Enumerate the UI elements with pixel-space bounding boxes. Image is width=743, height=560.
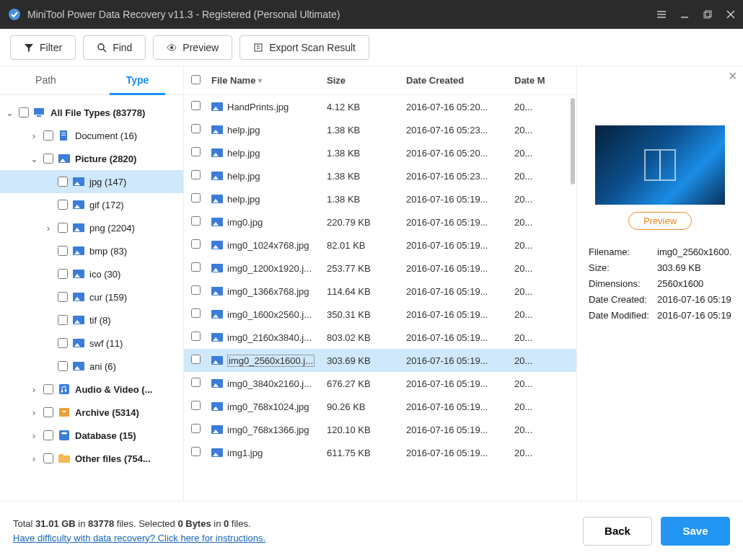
- table-row[interactable]: help.jpg1.38 KB2016-07-16 05:20...20...: [184, 141, 576, 164]
- table-row[interactable]: img0_2160x3840.j...803.02 KB2016-07-16 0…: [184, 326, 576, 349]
- col-filename[interactable]: File Name▾: [211, 75, 327, 86]
- archive-icon: [58, 406, 71, 418]
- monitor-icon: [33, 107, 46, 118]
- close-preview-icon[interactable]: ✕: [728, 69, 737, 83]
- tree-audio[interactable]: ›Audio & Video (...: [0, 378, 183, 401]
- table-row[interactable]: img0_1200x1920.j...253.77 KB2016-07-16 0…: [184, 257, 576, 280]
- export-button[interactable]: Export Scan Result: [239, 35, 369, 60]
- table-row[interactable]: help.jpg1.38 KB2016-07-16 05:19...20...: [184, 187, 576, 210]
- col-modified[interactable]: Date M: [514, 75, 550, 86]
- preview-thumbnail: [595, 125, 725, 205]
- image-icon: [72, 245, 85, 257]
- table-row[interactable]: help.jpg1.38 KB2016-07-16 05:23...20...: [184, 164, 576, 187]
- help-link[interactable]: Have difficulty with data recovery? Clic…: [13, 533, 265, 543]
- table-row[interactable]: img1.jpg611.75 KB2016-07-16 05:19...20..…: [184, 441, 576, 464]
- scrollbar[interactable]: [571, 98, 575, 185]
- table-row[interactable]: img0_1600x2560.j...350.31 KB2016-07-16 0…: [184, 303, 576, 326]
- minimize-icon[interactable]: [680, 9, 690, 19]
- svg-rect-9: [61, 133, 66, 133]
- find-button[interactable]: Find: [83, 35, 146, 60]
- preview-open-button[interactable]: Preview: [628, 212, 692, 230]
- close-icon[interactable]: [726, 9, 736, 19]
- svg-point-3: [98, 44, 104, 50]
- toolbar: Filter Find Preview Export Scan Result: [0, 29, 743, 66]
- window-title: MiniTool Power Data Recovery v11.3 - Reg…: [27, 9, 656, 20]
- image-icon: [211, 333, 223, 342]
- filter-button[interactable]: Filter: [10, 35, 76, 60]
- image-icon: [72, 291, 85, 303]
- svg-rect-16: [59, 430, 69, 440]
- tree-ani[interactable]: ani (6): [0, 355, 183, 378]
- table-row[interactable]: img0_768x1366.jpg120.10 KB2016-07-16 05:…: [184, 418, 576, 441]
- svg-point-4: [170, 46, 173, 49]
- table-row[interactable]: img0_1024x768.jpg82.01 KB2016-07-16 05:1…: [184, 234, 576, 257]
- tree-ico[interactable]: ico (30): [0, 262, 183, 285]
- table-row[interactable]: img0_768x1024.jpg90.26 KB2016-07-16 05:1…: [184, 395, 576, 418]
- table-header: File Name▾ Size Date Created Date M: [184, 66, 576, 95]
- svg-rect-7: [37, 115, 41, 117]
- svg-rect-10: [61, 135, 66, 135]
- tree-gif[interactable]: gif (172): [0, 193, 183, 216]
- image-icon: [211, 218, 223, 226]
- tree-archive[interactable]: ›Archive (5314): [0, 401, 183, 424]
- tab-type[interactable]: Type: [92, 66, 183, 94]
- image-icon: [72, 199, 85, 210]
- status-text: Total 31.01 GB in 83778 files. Selected …: [13, 517, 583, 546]
- table-row[interactable]: help.jpg1.38 KB2016-07-16 05:23...20...: [184, 118, 576, 141]
- col-size[interactable]: Size: [327, 75, 406, 86]
- table-row[interactable]: img0_2560x1600.j...303.69 KB2016-07-16 0…: [184, 349, 576, 372]
- tree-document[interactable]: ›Document (16): [0, 124, 183, 147]
- svg-point-12: [61, 391, 63, 393]
- svg-rect-15: [63, 411, 66, 412]
- menu-icon[interactable]: [656, 9, 667, 19]
- meta-created: 2016-07-16 05:19:3: [657, 292, 731, 308]
- image-icon: [211, 448, 223, 457]
- tree-picture[interactable]: ⌄Picture (2820): [0, 147, 183, 170]
- maximize-icon[interactable]: [703, 9, 713, 19]
- image-icon: [211, 125, 223, 134]
- image-icon: [72, 176, 85, 187]
- save-button[interactable]: Save: [661, 517, 730, 546]
- document-icon: [58, 130, 71, 141]
- image-icon: [211, 425, 223, 434]
- table-row[interactable]: img0_3840x2160.j...676.27 KB2016-07-16 0…: [184, 372, 576, 395]
- table-row[interactable]: img0_1366x768.jpg114.64 KB2016-07-16 05:…: [184, 280, 576, 303]
- preview-button[interactable]: Preview: [153, 35, 232, 60]
- svg-point-13: [65, 390, 67, 392]
- preview-panel: ✕ Preview Filename:img0_2560x1600.jp Siz…: [577, 66, 743, 501]
- select-all-checkbox[interactable]: [191, 75, 201, 84]
- tree-database[interactable]: ›Database (15): [0, 424, 183, 447]
- tree-tif[interactable]: tif (8): [0, 308, 183, 332]
- image-icon: [72, 268, 85, 280]
- tree-other[interactable]: ›Other files (754...: [0, 447, 183, 470]
- sidebar: Path Type ⌄All File Types (83778) ›Docum…: [0, 66, 184, 501]
- database-icon: [58, 430, 71, 441]
- tree-cur[interactable]: cur (159): [0, 285, 183, 308]
- svg-rect-2: [705, 11, 711, 17]
- image-icon: [211, 102, 223, 111]
- back-button[interactable]: Back: [583, 517, 652, 546]
- file-list: File Name▾ Size Date Created Date M Hand…: [184, 66, 577, 501]
- tree-bmp[interactable]: bmp (83): [0, 239, 183, 262]
- svg-point-0: [9, 9, 20, 20]
- image-icon: [211, 310, 223, 319]
- tree-jpg[interactable]: jpg (147): [0, 170, 183, 193]
- tab-path[interactable]: Path: [0, 66, 92, 94]
- svg-point-17: [61, 432, 67, 435]
- app-logo-icon: [7, 7, 22, 22]
- tree-swf[interactable]: swf (11): [0, 332, 183, 355]
- image-icon: [72, 337, 85, 349]
- image-icon: [211, 148, 223, 157]
- audio-icon: [58, 383, 71, 395]
- image-icon: [211, 264, 223, 272]
- table-row[interactable]: HandPrints.jpg4.12 KB2016-07-16 05:20...…: [184, 95, 576, 118]
- table-row[interactable]: img0.jpg220.79 KB2016-07-16 05:19...20..…: [184, 210, 576, 234]
- tree-all-types[interactable]: ⌄All File Types (83778): [0, 101, 183, 124]
- col-created[interactable]: Date Created: [406, 75, 514, 86]
- image-icon: [211, 287, 223, 295]
- image-icon: [211, 172, 223, 180]
- meta-dimensions: 2560x1600: [657, 276, 731, 292]
- tree-png[interactable]: ›png (2204): [0, 216, 183, 239]
- image-icon: [211, 195, 223, 203]
- picture-icon: [58, 153, 71, 164]
